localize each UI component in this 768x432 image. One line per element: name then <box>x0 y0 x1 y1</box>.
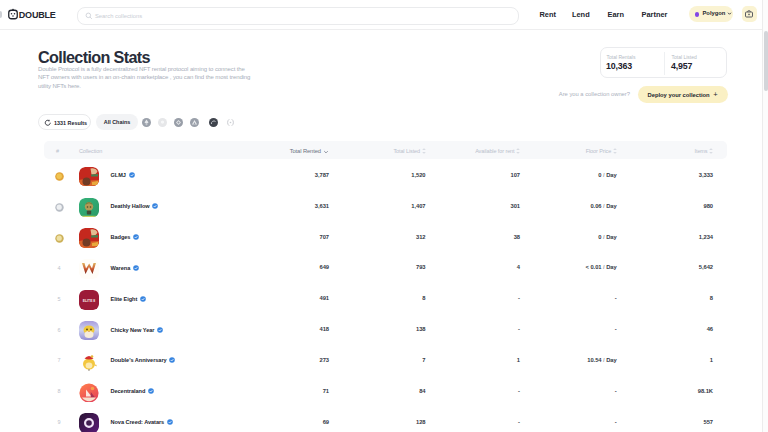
svg-text:ELITE 8: ELITE 8 <box>83 299 96 303</box>
